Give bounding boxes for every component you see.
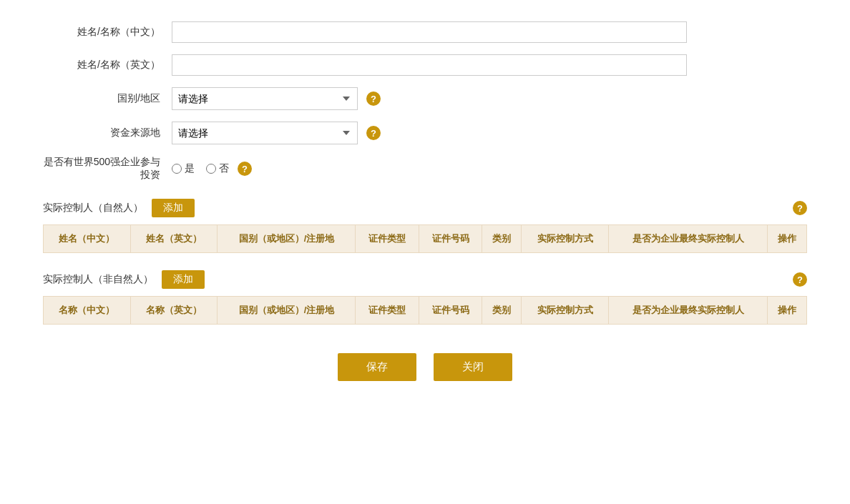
name-en-input[interactable] <box>172 54 687 76</box>
radio-no-label[interactable]: 否 <box>206 162 229 175</box>
col-org-cert-no: 证件号码 <box>419 297 482 325</box>
natural-person-title: 实际控制人（自然人） <box>43 202 143 214</box>
radio-yes-input[interactable] <box>172 164 182 174</box>
non-natural-person-header: 实际控制人（非自然人） 添加 ? <box>43 270 807 289</box>
radio-no-input[interactable] <box>206 164 216 174</box>
natural-person-help-icon[interactable]: ? <box>793 201 807 215</box>
col-org-category: 类别 <box>482 297 522 325</box>
col-org-name-cn: 名称（中文） <box>44 297 131 325</box>
fund-source-label: 资金来源地 <box>43 127 172 139</box>
name-en-label: 姓名/名称（英文） <box>43 59 172 71</box>
save-button[interactable]: 保存 <box>338 353 416 381</box>
world500-row: 是否有世界500强企业参与投资 是 否 ? <box>43 156 807 182</box>
name-cn-row: 姓名/名称（中文） <box>43 21 807 43</box>
country-label: 国别/地区 <box>43 92 172 105</box>
non-natural-person-add-btn[interactable]: 添加 <box>162 270 205 289</box>
close-button[interactable]: 关闭 <box>434 353 512 381</box>
col-cert-no: 证件号码 <box>419 225 482 253</box>
radio-no-text: 否 <box>219 162 229 175</box>
name-cn-label: 姓名/名称（中文） <box>43 26 172 39</box>
col-org-operations: 操作 <box>767 297 806 325</box>
name-en-row: 姓名/名称（英文） <box>43 54 807 76</box>
non-natural-person-title: 实际控制人（非自然人） <box>43 273 153 286</box>
country-row: 国别/地区 请选择 ? <box>43 87 807 110</box>
non-natural-person-table: 名称（中文） 名称（英文） 国别（或地区）/注册地 证件类型 证件号码 类别 实… <box>43 296 807 325</box>
natural-person-table: 姓名（中文） 姓名（英文） 国别（或地区）/注册地 证件类型 证件号码 类别 实… <box>43 224 807 253</box>
col-category: 类别 <box>482 225 522 253</box>
name-cn-input[interactable] <box>172 21 687 43</box>
world500-radio-group: 是 否 <box>172 162 229 175</box>
fund-source-row: 资金来源地 请选择 ? <box>43 122 807 144</box>
world500-label: 是否有世界500强企业参与投资 <box>43 156 172 182</box>
world500-help-icon[interactable]: ? <box>238 162 252 176</box>
natural-person-header-row: 姓名（中文） 姓名（英文） 国别（或地区）/注册地 证件类型 证件号码 类别 实… <box>44 225 807 253</box>
col-name-cn: 姓名（中文） <box>44 225 131 253</box>
radio-yes-label[interactable]: 是 <box>172 162 195 175</box>
col-org-is-final-controller: 是否为企业最终实际控制人 <box>609 297 768 325</box>
non-natural-person-header-row: 名称（中文） 名称（英文） 国别（或地区）/注册地 证件类型 证件号码 类别 实… <box>44 297 807 325</box>
fund-source-select[interactable]: 请选择 <box>172 122 358 144</box>
actions-row: 保存 关闭 <box>43 353 807 381</box>
col-is-final-controller: 是否为企业最终实际控制人 <box>609 225 768 253</box>
natural-person-add-btn[interactable]: 添加 <box>152 199 195 217</box>
col-control-method: 实际控制方式 <box>522 225 609 253</box>
country-help-icon[interactable]: ? <box>366 92 381 106</box>
col-country: 国别（或地区）/注册地 <box>218 225 356 253</box>
natural-person-section: 实际控制人（自然人） 添加 ? 姓名（中文） 姓名（英文） 国别（或地区）/注册… <box>43 199 807 253</box>
radio-yes-text: 是 <box>185 162 195 175</box>
col-org-country: 国别（或地区）/注册地 <box>218 297 356 325</box>
form-section: 姓名/名称（中文） 姓名/名称（英文） 国别/地区 请选择 ? 资金来源地 请选… <box>43 21 807 182</box>
col-org-control-method: 实际控制方式 <box>522 297 609 325</box>
non-natural-person-section: 实际控制人（非自然人） 添加 ? 名称（中文） 名称（英文） 国别（或地区）/注… <box>43 270 807 325</box>
fund-source-help-icon[interactable]: ? <box>366 126 381 140</box>
col-operations: 操作 <box>767 225 806 253</box>
col-org-cert-type: 证件类型 <box>356 297 419 325</box>
col-name-en: 姓名（英文） <box>130 225 218 253</box>
col-org-name-en: 名称（英文） <box>130 297 218 325</box>
country-select[interactable]: 请选择 <box>172 87 358 110</box>
col-cert-type: 证件类型 <box>356 225 419 253</box>
non-natural-person-help-icon[interactable]: ? <box>793 272 807 287</box>
natural-person-header: 实际控制人（自然人） 添加 ? <box>43 199 807 217</box>
